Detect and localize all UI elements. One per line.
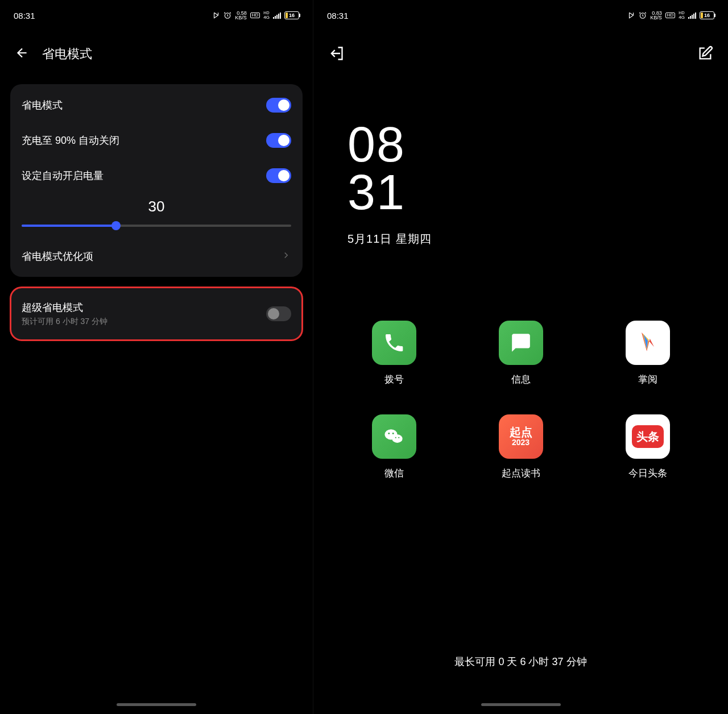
status-bar-right: 08:31 0.83 KB/S HD HD 4G 16 (313, 0, 728, 28)
network-speed: 0.58 KB/S (235, 11, 247, 20)
svg-point-3 (392, 435, 402, 443)
ultra-power-saving-toggle[interactable] (266, 306, 291, 321)
auto-on-level-label: 设定自动开启电量 (22, 169, 104, 182)
auto-on-level-row: 设定自动开启电量 (10, 158, 303, 193)
app-message[interactable]: 信息 (469, 321, 573, 386)
battery-threshold-slider[interactable] (22, 225, 291, 227)
auto-off-90-row: 充电至 90% 自动关闭 (10, 123, 303, 158)
exit-icon[interactable] (328, 45, 344, 64)
power-saving-row: 省电模式 (10, 88, 303, 123)
wechat-icon (372, 414, 416, 459)
status-time: 08:31 (327, 11, 349, 20)
hd-icon: HD (665, 13, 676, 18)
clock-hour: 08 (348, 121, 728, 168)
battery-icon: 16 (700, 11, 714, 19)
chevron-right-icon (281, 250, 291, 263)
remaining-time-text: 最长可用 0 天 6 小时 37 分钟 (313, 655, 728, 669)
hd-icon: HD (250, 13, 260, 18)
optimizations-row[interactable]: 省电模式优化项 (10, 239, 303, 273)
app-label: 今日头条 (628, 467, 667, 480)
app-label: 起点读书 (502, 467, 540, 480)
ultra-title: 超级省电模式 (22, 301, 107, 314)
app-label: 掌阅 (638, 373, 657, 386)
alarm-icon (224, 11, 231, 19)
launcher-screen: 08:31 0.83 KB/S HD HD 4G 16 (313, 0, 728, 714)
svg-point-4 (388, 433, 390, 434)
svg-point-5 (392, 433, 394, 434)
status-bar-left: 08:31 0.58 KB/S HD HD 4G 16 (0, 0, 313, 28)
message-icon (499, 321, 543, 365)
battery-icon: 16 (284, 11, 299, 19)
signal-icon (273, 12, 281, 19)
nav-bar-right[interactable] (481, 703, 561, 706)
signal-icon (688, 12, 696, 19)
slider-value: 30 (22, 198, 291, 215)
auto-off-90-toggle[interactable] (266, 133, 291, 148)
edit-icon[interactable] (697, 45, 713, 64)
ultra-power-saving-row: 超级省电模式 预计可用 6 小时 37 分钟 (10, 290, 303, 337)
power-saving-label: 省电模式 (22, 98, 63, 112)
app-reader[interactable]: 掌阅 (595, 321, 700, 386)
alarm-icon (639, 11, 647, 19)
clock-widget: 08 31 5月11日 星期四 (313, 75, 728, 247)
ultra-power-saving-card: 超级省电模式 预计可用 6 小时 37 分钟 (10, 287, 303, 341)
app-wechat[interactable]: 微信 (342, 414, 446, 480)
auto-on-level-toggle[interactable] (266, 168, 291, 183)
network-type: HD 4G (679, 11, 685, 19)
back-arrow-icon[interactable] (15, 45, 30, 63)
status-icons-right: 0.83 KB/S HD HD 4G 16 (627, 11, 714, 20)
nfc-icon (627, 11, 635, 19)
app-label: 拨号 (384, 373, 404, 386)
app-phone[interactable]: 拨号 (342, 321, 446, 386)
nfc-icon (212, 11, 220, 19)
status-time: 08:31 (14, 11, 35, 20)
toutiao-icon: 头条 (626, 414, 670, 459)
optimizations-label: 省电模式优化项 (22, 250, 93, 263)
status-icons-left: 0.58 KB/S HD HD 4G 16 (212, 11, 299, 20)
qidian-icon: 起点 2023 (499, 414, 543, 459)
reader-icon (626, 321, 670, 365)
app-grid: 拨号 信息 掌阅 微信 起点 2023 起点读书 (313, 247, 728, 480)
settings-screen: 08:31 0.58 KB/S HD HD 4G 16 (0, 0, 313, 714)
app-toutiao[interactable]: 头条 今日头条 (595, 414, 700, 480)
app-qidian[interactable]: 起点 2023 起点读书 (469, 414, 573, 480)
clock-date: 5月11日 星期四 (348, 231, 728, 247)
auto-off-90-label: 充电至 90% 自动关闭 (22, 134, 119, 147)
phone-icon (372, 321, 416, 365)
page-title: 省电模式 (42, 45, 92, 63)
launcher-header (313, 28, 728, 75)
svg-point-6 (395, 437, 396, 438)
battery-threshold-slider-area: 30 (10, 193, 303, 239)
ultra-subtitle: 预计可用 6 小时 37 分钟 (22, 317, 107, 327)
header: 省电模式 (0, 28, 313, 74)
power-saving-toggle[interactable] (266, 98, 291, 113)
power-saving-card: 省电模式 充电至 90% 自动关闭 设定自动开启电量 30 省电模式优化项 (10, 84, 303, 277)
app-label: 微信 (384, 467, 404, 480)
network-type: HD 4G (263, 11, 270, 19)
svg-point-7 (398, 437, 399, 438)
network-speed: 0.83 KB/S (650, 11, 662, 20)
clock-minute: 31 (348, 168, 728, 216)
app-label: 信息 (511, 373, 531, 386)
nav-bar-left[interactable] (117, 703, 196, 706)
